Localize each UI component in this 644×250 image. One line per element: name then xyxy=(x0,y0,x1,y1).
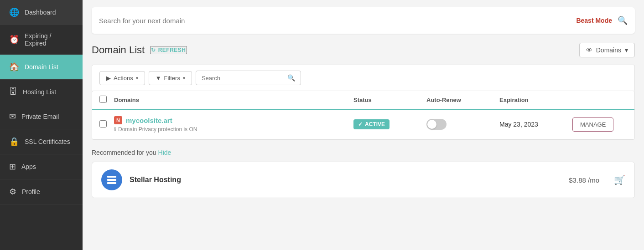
chevron-down-icon: ▾ xyxy=(183,76,185,81)
apps-icon: ⊞ xyxy=(9,162,16,172)
sidebar-item-apps[interactable]: ⊞ Apps xyxy=(0,154,83,179)
domain-search-bar: Beast Mode 🔍 xyxy=(92,7,635,34)
filters-label: Filters xyxy=(164,75,180,82)
refresh-icon: ↻ xyxy=(151,47,156,53)
select-all-checkbox[interactable] xyxy=(99,96,107,103)
domain-link[interactable]: mycoolsite.art xyxy=(126,117,172,124)
table-toolbar: ▶ Actions ▾ ▼ Filters ▾ 🔍 xyxy=(92,65,635,91)
table-search-field: 🔍 xyxy=(196,71,301,85)
refresh-label: REFRESH xyxy=(158,47,186,53)
hosting-price: $3.88 /mo xyxy=(569,176,599,184)
domain-list-title-group: Domain List ↻ REFRESH xyxy=(92,44,187,56)
sidebar-item-label: Domain List xyxy=(25,63,58,71)
hosting-list-icon: 🗄 xyxy=(9,87,17,97)
filters-button[interactable]: ▼ Filters ▾ xyxy=(149,71,192,85)
recommended-section: Recommended for you Hide Stellar Hosting… xyxy=(92,149,635,198)
stellar-hosting-icon xyxy=(101,169,122,190)
active-arrow xyxy=(70,63,73,71)
status-text: ACTIVE xyxy=(365,121,385,128)
table-search-icon[interactable]: 🔍 xyxy=(287,74,295,82)
sidebar-item-label: SSL Certificates xyxy=(25,138,70,145)
profile-icon: ⚙ xyxy=(9,187,16,197)
recommended-label: Recommended for you xyxy=(92,149,156,156)
header-auto-renew: Auto-Renew xyxy=(426,97,499,103)
expiration-cell: May 23, 2023 xyxy=(499,121,572,128)
row-checkbox-cell xyxy=(99,120,114,129)
auto-renew-cell xyxy=(426,119,499,130)
chevron-down-icon: ▾ xyxy=(136,76,138,81)
eye-icon: 👁 xyxy=(586,46,592,54)
hide-link[interactable]: Hide xyxy=(158,149,171,156)
privacy-note-text: Domain Privacy protection is ON xyxy=(118,126,197,133)
manage-button[interactable]: MANAGE xyxy=(572,117,613,132)
sidebar-item-label: Private Email xyxy=(21,113,59,120)
domains-dropdown-button[interactable]: 👁 Domains ▾ xyxy=(579,43,635,57)
domains-dropdown-label: Domains xyxy=(596,46,621,54)
manage-cell: MANAGE xyxy=(572,117,627,132)
sidebar-item-ssl[interactable]: 🔒 SSL Certificates xyxy=(0,129,83,154)
sidebar-item-label: Hosting List xyxy=(23,88,56,96)
dashboard-icon: 🌐 xyxy=(9,7,19,17)
actions-button[interactable]: ▶ Actions ▾ xyxy=(99,71,145,85)
domain-table: Domains Status Auto-Renew Expiration N m… xyxy=(92,91,635,140)
status-cell: ✓ ACTIVE xyxy=(353,119,426,129)
info-icon: ℹ xyxy=(114,126,116,133)
row-checkbox[interactable] xyxy=(99,120,107,128)
recommended-card: Stellar Hosting $3.88 /mo 🛒 xyxy=(92,162,635,198)
domain-name-cell: N mycoolsite.art ℹ Domain Privacy protec… xyxy=(114,116,353,133)
filter-icon: ▼ xyxy=(156,75,161,82)
header-expiration: Expiration xyxy=(499,97,572,103)
privacy-note: ℹ Domain Privacy protection is ON xyxy=(114,126,353,133)
table-search-input[interactable] xyxy=(202,75,284,82)
sidebar-item-label: Profile xyxy=(22,188,40,195)
hosting-name: Stellar Hosting xyxy=(130,176,561,184)
svg-rect-1 xyxy=(107,179,116,181)
domain-brand-icon: N xyxy=(114,116,122,124)
beast-mode-button[interactable]: Beast Mode xyxy=(576,17,612,24)
private-email-icon: ✉ xyxy=(9,112,16,122)
table-row: N mycoolsite.art ℹ Domain Privacy protec… xyxy=(92,110,634,139)
play-icon: ▶ xyxy=(106,75,111,82)
sidebar-item-label: Apps xyxy=(21,163,36,170)
sidebar-item-hosting-list[interactable]: 🗄 Hosting List xyxy=(0,80,83,104)
ssl-icon: 🔒 xyxy=(9,137,19,147)
svg-rect-0 xyxy=(107,176,116,178)
table-header: Domains Status Auto-Renew Expiration xyxy=(92,91,634,110)
sidebar-item-dashboard[interactable]: 🌐 Dashboard xyxy=(0,0,83,25)
cart-icon[interactable]: 🛒 xyxy=(614,174,625,185)
domain-search-input[interactable] xyxy=(99,17,576,25)
sidebar: 🌐 Dashboard ⏰ Expiring / Expired 🏠 Domai… xyxy=(0,0,83,250)
sidebar-item-private-email[interactable]: ✉ Private Email xyxy=(0,104,83,129)
refresh-button[interactable]: ↻ REFRESH xyxy=(150,46,187,54)
sidebar-item-domain-list[interactable]: 🏠 Domain List xyxy=(0,55,83,80)
header-checkbox-cell xyxy=(99,96,114,104)
auto-renew-toggle[interactable] xyxy=(426,119,447,130)
expiring-icon: ⏰ xyxy=(9,35,19,45)
domain-name-row: N mycoolsite.art xyxy=(114,116,353,124)
header-status: Status xyxy=(353,97,426,103)
sidebar-item-label: Expiring / Expired xyxy=(25,32,73,47)
recommended-title: Recommended for you Hide xyxy=(92,149,635,156)
sidebar-item-profile[interactable]: ⚙ Profile xyxy=(0,179,83,204)
toggle-knob xyxy=(427,120,436,129)
domain-list-title: Domain List xyxy=(92,44,145,56)
header-domains: Domains xyxy=(114,97,353,103)
svg-rect-2 xyxy=(107,182,116,184)
chevron-down-icon: ▾ xyxy=(625,46,628,54)
check-icon: ✓ xyxy=(358,121,363,128)
sidebar-item-expiring[interactable]: ⏰ Expiring / Expired xyxy=(0,25,83,55)
status-badge: ✓ ACTIVE xyxy=(353,119,390,129)
domain-list-icon: 🏠 xyxy=(9,62,19,72)
actions-label: Actions xyxy=(114,75,133,82)
domain-list-header: Domain List ↻ REFRESH 👁 Domains ▾ xyxy=(92,43,635,57)
sidebar-item-label: Dashboard xyxy=(25,9,56,16)
search-icon[interactable]: 🔍 xyxy=(618,15,628,26)
main-content: Beast Mode 🔍 Domain List ↻ REFRESH 👁 Dom… xyxy=(83,0,644,250)
